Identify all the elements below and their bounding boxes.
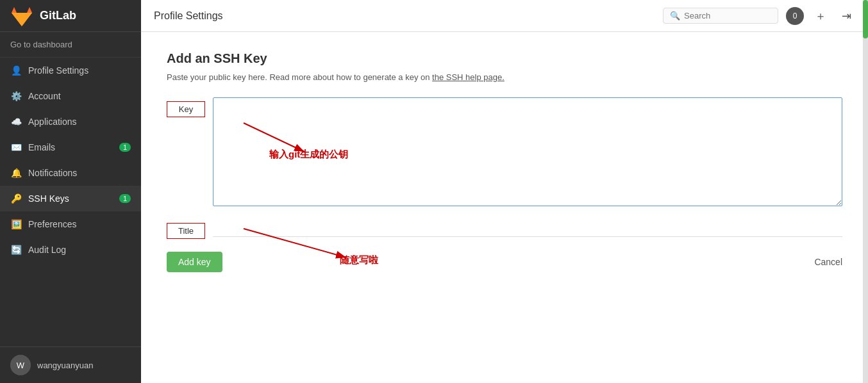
cloud-icon: ☁️ — [10, 116, 22, 127]
sidebar-item-account[interactable]: ⚙️ Account — [0, 83, 141, 109]
sidebar-item-applications[interactable]: ☁️ Applications — [0, 109, 141, 134]
form-actions: Add key Cancel — [167, 252, 842, 272]
sidebar-dashboard-link[interactable]: Go to dashboard — [0, 32, 141, 58]
page-description: Paste your public key here. Read more ab… — [167, 72, 842, 82]
notification-badge[interactable]: 0 — [786, 7, 804, 25]
key-icon: 🔑 — [10, 193, 22, 204]
search-input[interactable] — [684, 11, 771, 20]
svg-marker-4 — [12, 13, 32, 26]
add-key-button[interactable]: Add key — [167, 252, 222, 272]
sidebar-item-preferences[interactable]: 🖼️ Preferences — [0, 211, 141, 237]
gitlab-logo-icon — [10, 4, 33, 28]
add-button[interactable]: ＋ — [812, 7, 830, 25]
sidebar-username: wangyuanyuan — [37, 361, 93, 370]
image-icon: 🖼️ — [10, 218, 22, 230]
bell-icon: 🔔 — [10, 167, 22, 179]
page-title: Profile Settings — [154, 10, 223, 22]
notification-count: 0 — [793, 12, 797, 20]
header-actions: 🔍 0 ＋ ⇥ — [663, 7, 855, 25]
history-icon: 🔄 — [10, 244, 22, 256]
sidebar-label-notifications: Notifications — [28, 168, 131, 178]
sidebar-label-ssh-keys: SSH Keys — [28, 193, 119, 204]
sidebar-item-emails[interactable]: ✉️ Emails 1 — [0, 134, 141, 160]
key-form-group: Key — [167, 97, 842, 206]
sidebar-label-emails: Emails — [28, 142, 119, 152]
sidebar-label-account: Account — [28, 91, 131, 101]
title-input[interactable] — [213, 219, 842, 237]
sidebar-item-audit-log[interactable]: 🔄 Audit Log — [0, 237, 141, 263]
email-icon: ✉️ — [10, 142, 22, 153]
sidebar-item-profile-settings[interactable]: 👤 Profile Settings — [0, 58, 141, 83]
svg-text:W: W — [17, 361, 25, 370]
sidebar-user[interactable]: W wangyuanyuan — [0, 346, 141, 383]
page-content: Add an SSH Key Paste your public key her… — [141, 32, 868, 383]
ssh-help-link[interactable]: the SSH help page. — [432, 72, 505, 82]
search-icon: 🔍 — [670, 11, 680, 20]
sidebar-label-profile-settings: Profile Settings — [28, 65, 131, 76]
sidebar-label-applications: Applications — [28, 117, 131, 127]
person-icon: 👤 — [10, 65, 22, 76]
key-textarea[interactable] — [213, 97, 842, 206]
scrollbar-thumb[interactable] — [863, 0, 868, 38]
page-heading: Add an SSH Key — [167, 51, 842, 66]
sidebar-label-audit-log: Audit Log — [28, 245, 131, 255]
sidebar-item-ssh-keys[interactable]: 🔑 SSH Keys 1 — [0, 186, 141, 211]
sidebar: GitLab Go to dashboard 👤 Profile Setting… — [0, 0, 141, 383]
search-box[interactable]: 🔍 — [663, 8, 778, 24]
sidebar-navigation: 👤 Profile Settings ⚙️ Account ☁️ Applica… — [0, 58, 141, 346]
cancel-button[interactable]: Cancel — [814, 257, 842, 267]
header: Profile Settings 🔍 0 ＋ ⇥ — [141, 0, 868, 32]
signout-icon[interactable]: ⇥ — [837, 7, 855, 25]
main-content: Profile Settings 🔍 0 ＋ ⇥ Add an SSH Key … — [141, 0, 868, 383]
gear-icon: ⚙️ — [10, 90, 22, 102]
title-label-box: Title — [167, 223, 205, 239]
sidebar-logo[interactable]: GitLab — [0, 0, 141, 32]
emails-badge: 1 — [119, 143, 131, 152]
sidebar-logo-text: GitLab — [40, 9, 76, 22]
key-label-box: Key — [167, 101, 205, 117]
avatar: W — [10, 355, 31, 375]
sidebar-item-notifications[interactable]: 🔔 Notifications — [0, 160, 141, 186]
sidebar-label-preferences: Preferences — [28, 219, 131, 229]
description-text: Paste your public key here. Read more ab… — [167, 72, 432, 82]
ssh-keys-badge: 1 — [119, 194, 131, 203]
title-form-group: Title — [167, 219, 842, 239]
scrollbar[interactable] — [863, 0, 868, 383]
